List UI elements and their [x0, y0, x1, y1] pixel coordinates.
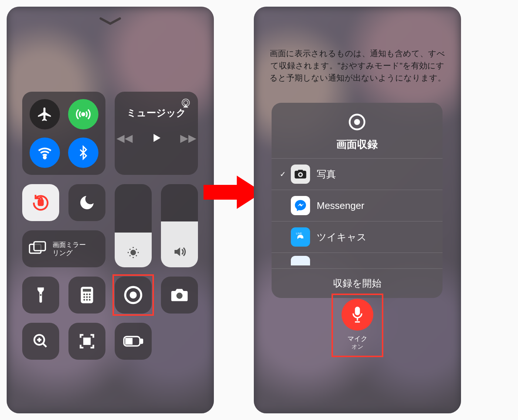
brightness-slider[interactable] [115, 184, 152, 267]
svg-point-11 [83, 294, 85, 295]
low-power-mode-button[interactable] [115, 323, 152, 360]
svg-rect-4 [38, 200, 43, 205]
svg-rect-35 [356, 307, 359, 315]
mic-label: マイク [347, 334, 367, 343]
cellular-data-toggle[interactable] [68, 99, 98, 129]
svg-point-8 [40, 294, 42, 296]
screen-recording-sheet-screenshot: 画面に表示されるものは、通知も含めて、すべて収録されます。"おやすみモード"を有… [254, 7, 461, 413]
screen-recording-sheet: 画面収録 ✓ 写真 Messenger LIVE ツイキャス 収録 [272, 103, 443, 298]
screen-recording-button[interactable] [115, 277, 152, 314]
app-label: ツイキャス [317, 231, 367, 244]
svg-point-18 [86, 299, 88, 301]
sun-icon [127, 246, 140, 261]
camera-button[interactable] [161, 277, 198, 314]
svg-point-22 [176, 293, 183, 299]
app-row-messenger[interactable]: Messenger [272, 190, 443, 221]
app-row-partial[interactable] [272, 253, 443, 269]
svg-point-19 [89, 299, 91, 301]
calculator-button[interactable] [68, 277, 105, 314]
airplane-mode-toggle[interactable] [30, 99, 60, 129]
screen-mirroring-button[interactable]: 画面ミラー リング [22, 230, 105, 267]
svg-point-12 [86, 294, 88, 295]
magnifier-button[interactable] [22, 323, 59, 360]
screen-mirroring-label: 画面ミラー リング [53, 241, 86, 257]
svg-point-3 [184, 101, 188, 105]
messenger-icon [291, 196, 310, 215]
start-recording-button[interactable]: 収録を開始 [272, 269, 443, 298]
qr-scanner-button[interactable] [68, 323, 105, 360]
bluetooth-toggle[interactable] [68, 138, 98, 168]
svg-point-14 [83, 296, 85, 298]
microphone-icon [342, 299, 373, 331]
microphone-toggle[interactable]: マイク オン [333, 295, 382, 355]
control-center-screenshot: ミュージック ◀◀ ▶▶ [7, 7, 214, 413]
record-icon [348, 126, 366, 132]
svg-point-29 [354, 119, 360, 125]
twitcasting-icon: LIVE [291, 227, 310, 247]
app-label: 写真 [317, 168, 336, 181]
speaker-icon [172, 244, 187, 261]
svg-rect-7 [34, 242, 46, 251]
app-label: Messenger [317, 200, 364, 211]
svg-text:LIVE: LIVE [296, 232, 302, 235]
recording-notice-text: 画面に表示されるものは、通知も含めて、すべて収録されます。"おやすみモード"を有… [267, 47, 448, 84]
svg-point-16 [89, 296, 91, 298]
svg-point-17 [83, 299, 85, 301]
volume-slider[interactable] [161, 184, 198, 267]
svg-rect-26 [141, 339, 142, 343]
next-track-button[interactable]: ▶▶ [180, 132, 196, 146]
connectivity-block [22, 92, 105, 175]
svg-point-13 [89, 294, 91, 295]
prev-track-button[interactable]: ◀◀ [117, 132, 133, 146]
airplay-icon[interactable] [180, 98, 191, 110]
svg-rect-24 [84, 338, 90, 344]
svg-point-32 [299, 173, 302, 176]
sheet-title: 画面収録 [272, 138, 443, 152]
play-button[interactable] [151, 132, 162, 146]
svg-rect-27 [126, 339, 132, 344]
do-not-disturb-toggle[interactable] [68, 184, 105, 221]
screen-mirroring-icon [29, 241, 47, 257]
svg-point-5 [131, 250, 135, 255]
svg-rect-10 [83, 289, 91, 291]
chevron-down-icon[interactable] [99, 17, 121, 26]
app-icon-partial [291, 256, 310, 265]
svg-point-1 [44, 156, 46, 159]
rotation-lock-toggle[interactable] [22, 184, 59, 221]
check-icon: ✓ [275, 170, 291, 179]
svg-point-0 [82, 113, 84, 115]
photos-icon [291, 165, 310, 184]
mic-state: オン [352, 343, 363, 351]
wifi-toggle[interactable] [30, 138, 60, 168]
svg-rect-33 [298, 170, 303, 172]
app-row-twitcasting[interactable]: LIVE ツイキャス [272, 221, 443, 253]
svg-point-21 [130, 291, 137, 298]
svg-point-15 [86, 296, 88, 298]
flashlight-button[interactable] [22, 277, 59, 314]
app-row-photos[interactable]: ✓ 写真 [272, 159, 443, 190]
music-controls[interactable]: ミュージック ◀◀ ▶▶ [115, 92, 198, 175]
